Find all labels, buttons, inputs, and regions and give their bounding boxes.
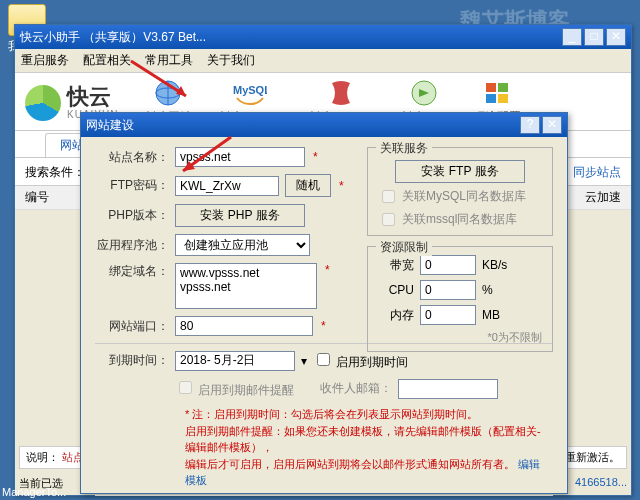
close-button[interactable]: ✕ <box>606 28 626 46</box>
install-ftp-button[interactable]: 安装 FTP 服务 <box>395 160 525 183</box>
expire-label: 到期时间： <box>95 352 169 369</box>
port-input[interactable] <box>175 316 313 336</box>
svg-rect-5 <box>498 83 508 92</box>
required-mark: * <box>313 150 318 164</box>
dialog-help-button[interactable]: ? <box>520 116 540 134</box>
svg-rect-6 <box>486 94 496 103</box>
note-line: 编辑后才可启用，启用后网站到期将会以邮件形式通知网站所有者。 <box>185 458 515 470</box>
menu-item[interactable]: 常用工具 <box>145 52 193 69</box>
apppool-label: 应用程序池： <box>95 237 169 254</box>
bind-domain-label: 绑定域名： <box>95 263 169 280</box>
dialog-titlebar: 网站建设 ? ✕ <box>81 113 567 137</box>
bind-domain-textarea[interactable]: www.vpsss.net vpsss.net <box>175 263 317 309</box>
notes: * 注：启用到期时间：勾选后将会在列表显示网站到期时间。 启用到期邮件提醒：如果… <box>95 406 553 489</box>
note-line: * 注：启用到期时间：勾选后将会在列表显示网站到期时间。 <box>185 406 543 423</box>
footer-right[interactable]: 4166518... <box>575 476 627 491</box>
expire-date-input[interactable] <box>175 351 295 371</box>
cpu-input[interactable] <box>420 280 476 300</box>
group-legend: 资源限制 <box>376 239 432 256</box>
dialog-close-button[interactable]: ✕ <box>542 116 562 134</box>
svg-rect-7 <box>498 94 508 103</box>
menu-item[interactable]: 配置相关 <box>83 52 131 69</box>
svg-rect-4 <box>486 83 496 92</box>
mem-unit: MB <box>482 308 500 322</box>
logo-text-cn: 快云 <box>67 85 118 109</box>
menubar: 重启服务 配置相关 常用工具 关于我们 <box>15 49 631 73</box>
main-titlebar: 快云小助手 （共享版）V3.67 Bet... _ □ ✕ <box>15 25 631 49</box>
menu-item[interactable]: 关于我们 <box>207 52 255 69</box>
assoc-mssql-checkbox: 关联mssql同名数据库 <box>378 210 542 229</box>
kuaiyun-logo-icon <box>25 85 61 121</box>
random-button[interactable]: 随机 <box>285 174 331 197</box>
col-accel: 云加速 <box>585 189 621 206</box>
group-legend: 关联服务 <box>376 140 432 157</box>
ftp-password-input[interactable] <box>175 176 279 196</box>
cpu-label: CPU <box>378 283 414 297</box>
sync-site-link[interactable]: 同步站点 <box>573 164 621 181</box>
assoc-services-group: 关联服务 安装 FTP 服务 关联MySQL同名数据库 关联mssql同名数据库 <box>367 147 553 236</box>
col-id: 编号 <box>25 189 49 206</box>
search-label: 搜索条件： <box>25 164 85 181</box>
main-title: 快云小助手 （共享版）V3.67 Bet... <box>20 29 562 46</box>
required-mark: * <box>321 319 326 333</box>
recipient-input <box>398 379 498 399</box>
bandwidth-label: 带宽 <box>378 257 414 274</box>
php-version-label: PHP版本： <box>95 207 169 224</box>
port-label: 网站端口： <box>95 318 169 335</box>
windows-icon <box>480 79 514 107</box>
enable-mail-checkbox[interactable]: 启用到期邮件提醒 <box>175 378 294 399</box>
required-mark: * <box>325 263 330 277</box>
unlimited-note: *0为不限制 <box>378 330 542 345</box>
site-name-label: 站点名称： <box>95 149 169 166</box>
ftp-icon <box>407 79 441 107</box>
bandwidth-unit: KB/s <box>482 258 507 272</box>
required-mark: * <box>339 179 344 193</box>
assoc-mysql-checkbox: 关联MySQL同名数据库 <box>378 187 542 206</box>
globe-icon <box>151 79 185 107</box>
menu-item[interactable]: 重启服务 <box>21 52 69 69</box>
mssql-icon <box>324 79 358 107</box>
enable-expire-checkbox[interactable]: 启用到期时间 <box>313 350 408 371</box>
install-php-button[interactable]: 安装 PHP 服务 <box>175 204 305 227</box>
create-site-dialog: 网站建设 ? ✕ 站点名称： * FTP密码： 随机 * PHP版本： 安装 P… <box>80 112 568 494</box>
status-prefix: 说明： <box>26 451 59 463</box>
chevron-down-icon[interactable]: ▾ <box>301 354 307 368</box>
mem-input[interactable] <box>420 305 476 325</box>
ftp-password-label: FTP密码： <box>95 177 169 194</box>
cpu-unit: % <box>482 283 493 297</box>
svg-text:MySQL: MySQL <box>233 84 267 96</box>
recipient-label: 收件人邮箱： <box>320 380 392 397</box>
mysql-icon: MySQL <box>233 79 267 107</box>
taskbar-label: ManagerTo... <box>2 486 66 498</box>
resource-limit-group: 资源限制 带宽 KB/s CPU % 内存 MB *0为不限制 <box>367 246 553 352</box>
site-name-input[interactable] <box>175 147 305 167</box>
mem-label: 内存 <box>378 307 414 324</box>
note-line: 启用到期邮件提醒：如果您还未创建模板，请先编辑邮件模版（配置相关-编辑邮件模板）… <box>185 423 543 456</box>
bandwidth-input[interactable] <box>420 255 476 275</box>
apppool-select[interactable]: 创建独立应用池 <box>175 234 310 256</box>
maximize-button[interactable]: □ <box>584 28 604 46</box>
dialog-title: 网站建设 <box>86 117 520 134</box>
minimize-button[interactable]: _ <box>562 28 582 46</box>
